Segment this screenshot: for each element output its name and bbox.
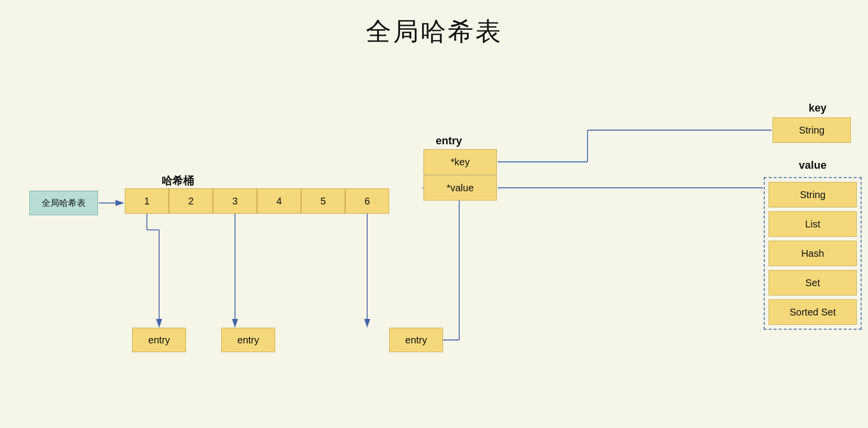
entry-value-text: *value bbox=[446, 182, 474, 194]
value-set-text: Set bbox=[805, 277, 820, 289]
value-label: value bbox=[783, 159, 842, 172]
value-type-sorted-set: Sorted Set bbox=[769, 299, 857, 325]
value-hash-text: Hash bbox=[801, 248, 824, 259]
diagram-container: 全局哈希表 哈希桶 1 2 3 4 5 6 entry entry entry … bbox=[0, 49, 868, 428]
value-type-hash: Hash bbox=[769, 241, 857, 266]
key-string-text: String bbox=[799, 125, 824, 136]
entry-key-text: *key bbox=[451, 157, 470, 168]
bucket-cell-6: 6 bbox=[345, 188, 389, 214]
entry-detail-label: entry bbox=[436, 135, 462, 147]
bucket-cell-3: 3 bbox=[213, 188, 257, 214]
value-type-list: List bbox=[769, 211, 857, 237]
bucket-cell-2: 2 bbox=[169, 188, 213, 214]
entry-label-1: entry bbox=[148, 335, 170, 346]
entry-value-row: *value bbox=[423, 175, 497, 201]
value-list-text: List bbox=[805, 219, 820, 230]
entry-label-3: entry bbox=[237, 335, 259, 346]
value-sorted-set-text: Sorted Set bbox=[790, 307, 836, 318]
value-type-string: String bbox=[769, 182, 857, 207]
entry-label-6: entry bbox=[405, 335, 427, 346]
bucket-container: 1 2 3 4 5 6 bbox=[125, 188, 389, 214]
key-string-box: String bbox=[773, 117, 851, 143]
page-title: 全局哈希表 bbox=[0, 0, 868, 49]
value-label-text: value bbox=[799, 159, 826, 171]
bucket-cell-4: 4 bbox=[257, 188, 301, 214]
bucket-cell-1: 1 bbox=[125, 188, 169, 214]
entry-key-row: *key bbox=[423, 149, 497, 175]
global-hashtable-box: 全局哈希表 bbox=[29, 191, 98, 215]
value-dashed-container: String List Hash Set Sorted Set bbox=[764, 177, 862, 330]
entry-detail-label-text: entry bbox=[436, 135, 462, 147]
value-string-text: String bbox=[800, 189, 825, 201]
value-type-set: Set bbox=[769, 270, 857, 295]
global-hashtable-label: 全局哈希表 bbox=[42, 197, 86, 209]
entry-bucket-1: entry bbox=[132, 328, 186, 352]
key-label: key bbox=[788, 102, 847, 114]
bucket-label: 哈希桶 bbox=[162, 174, 194, 188]
bucket-cell-5: 5 bbox=[301, 188, 345, 214]
entry-bucket-3: entry bbox=[221, 328, 275, 352]
entry-bucket-6: entry bbox=[389, 328, 443, 352]
key-label-text: key bbox=[809, 102, 827, 114]
svg-overlay bbox=[0, 49, 868, 428]
